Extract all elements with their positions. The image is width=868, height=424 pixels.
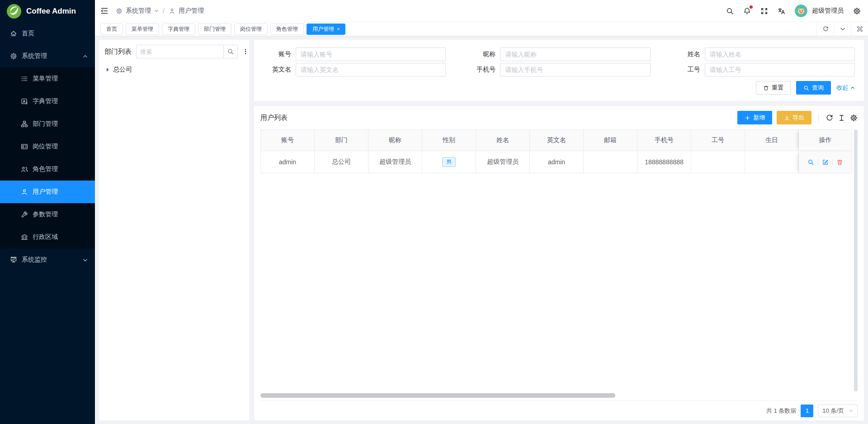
refresh-icon[interactable] [826,114,833,122]
column-header-actions: 操作 [799,130,852,151]
edit-button[interactable] [822,159,829,166]
breadcrumb-item[interactable]: 系统管理 [126,7,151,15]
page-number-button[interactable]: 1 [801,405,813,417]
sidebar-item-dict-manage[interactable]: 字典管理 [0,90,95,113]
sidebar-item-admin-region[interactable]: 行政区域 [0,226,95,248]
add-user-button[interactable]: 新增 [737,111,772,124]
job-no-input[interactable] [705,63,855,76]
settings-gear-icon[interactable] [853,7,861,15]
field-nickname: 昵称 [467,47,650,61]
column-header: 姓名 [476,130,530,151]
tab-dept-manage[interactable]: 部门管理 [198,24,231,35]
reset-button[interactable]: 重置 [756,81,791,95]
dept-search-button[interactable] [223,45,238,58]
collapse-label: 收起 [836,84,848,92]
sidebar-nav: 首页 系统管理 菜单管理 字典管理 部门管理 [0,22,95,424]
kebab-menu-icon[interactable] [241,48,250,56]
roles-icon [21,166,28,173]
dept-panel-title: 部门列表 [104,48,132,56]
en-name-input[interactable] [296,63,446,76]
sidebar: Coffee Admin 首页 系统管理 菜单管理 字典管理 [0,0,95,424]
field-account: 账号 [263,47,446,61]
sidebar-item-home[interactable]: 首页 [0,22,95,45]
field-label: 英文名 [263,66,291,74]
field-label: 昵称 [467,50,495,58]
delete-button[interactable] [836,159,843,166]
tab-user-manage[interactable]: 用户管理× [307,24,345,35]
tab-menu-manage[interactable]: 菜单管理 [126,24,159,35]
sidebar-item-post-manage[interactable]: 岗位管理 [0,135,95,158]
sidebar-item-system-monitor[interactable]: 系统监控 [0,248,95,271]
cell-job-no [691,151,745,173]
search-icon[interactable] [726,7,734,15]
user-avatar[interactable] [795,5,807,17]
vertical-scrollbar[interactable] [854,129,858,391]
sidebar-item-param-manage[interactable]: 参数管理 [0,203,95,226]
caret-right-icon[interactable] [107,68,109,71]
sidebar-item-system-manage[interactable]: 系统管理 [0,45,95,67]
field-label: 工号 [672,66,700,74]
tab-post-manage[interactable]: 岗位管理 [234,24,268,35]
column-header: 邮箱 [584,130,637,151]
sidebar-item-label: 部门管理 [33,120,88,128]
page-size-select[interactable]: 10 条/页 [818,405,858,417]
cell-dept: 总公司 [315,151,368,173]
id-card-icon [21,143,28,150]
tree-node-company[interactable]: 总公司 [104,63,244,76]
search-label: 查询 [812,84,824,92]
org-chart-icon [21,120,28,128]
add-label: 新增 [753,114,765,122]
sidebar-item-dept-manage[interactable]: 部门管理 [0,113,95,135]
column-header: 账号 [260,130,315,151]
view-button[interactable] [807,159,814,166]
row-height-icon[interactable] [838,114,845,122]
fullscreen-icon[interactable] [760,7,768,15]
column-header: 英文名 [530,130,584,151]
chevron-down-icon[interactable] [154,9,159,13]
horizontal-scrollbar-thumb[interactable] [260,393,615,398]
refresh-icon[interactable] [816,22,834,36]
page-tabs: 首页 菜单管理 字典管理 部门管理 岗位管理 角色管理 用户管理× [95,22,868,36]
column-settings-gear-icon[interactable] [850,114,858,122]
total-count-text: 共 1 条数据 [766,407,796,415]
chevron-down-icon [849,409,853,413]
cell-sex: 男 [422,151,476,173]
sidebar-item-label: 岗位管理 [33,143,88,151]
column-header: 生日 [745,130,799,151]
tab-label: 用户管理 [312,25,334,33]
download-icon [784,115,790,121]
nickname-input[interactable] [500,48,650,61]
field-name: 姓名 [672,47,855,61]
phone-input[interactable] [500,63,650,76]
notification-bell-icon[interactable] [743,7,751,15]
plus-icon [745,115,750,121]
tab-role-manage[interactable]: 角色管理 [270,24,304,35]
bank-icon [21,233,28,241]
gear-icon [10,52,17,60]
tab-close-icon[interactable]: × [337,27,340,32]
sidebar-item-role-manage[interactable]: 角色管理 [0,158,95,181]
field-label: 手机号 [467,66,495,74]
export-button[interactable]: 导出 [777,111,811,124]
dept-search-input[interactable] [136,45,223,58]
name-input[interactable] [705,48,855,61]
tab-home[interactable]: 首页 [100,24,123,35]
menu-fold-icon[interactable] [100,7,108,15]
chevron-down-icon[interactable] [834,22,851,36]
translate-icon[interactable] [778,7,785,15]
collapse-link[interactable]: 收起 [836,84,855,92]
user-icon [169,8,175,14]
account-input[interactable] [296,48,446,61]
column-header: 性别 [422,130,476,151]
search-button[interactable]: 查询 [796,81,831,95]
notification-dot [750,5,753,9]
sidebar-item-user-manage[interactable]: 用户管理 [0,181,95,203]
user-name[interactable]: 超级管理员 [812,7,844,15]
tab-label: 角色管理 [276,25,298,33]
user-icon [21,188,28,195]
tab-dict-manage[interactable]: 字典管理 [162,24,195,35]
sidebar-item-menu-manage[interactable]: 菜单管理 [0,67,95,90]
filter-fields: 账号 昵称 姓名 英文名 [263,47,855,76]
maximize-icon[interactable] [851,22,868,36]
filter-actions: 重置 查询 收起 [263,81,855,95]
